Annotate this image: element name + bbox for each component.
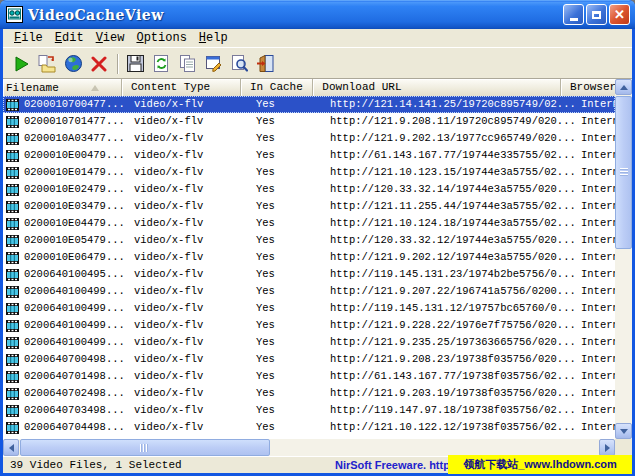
column-header-filename[interactable]: Filename <box>3 79 122 96</box>
browser-cell: Intern <box>575 283 615 300</box>
table-row[interactable]: 0200640100499... video/x-flv Yes http://… <box>3 283 615 300</box>
properties-icon <box>204 54 223 73</box>
scroll-up-button[interactable] <box>615 79 632 95</box>
table-row[interactable]: 0200010A03477... video/x-flv Yes http://… <box>3 130 615 147</box>
content-type-cell: video/x-flv <box>125 385 247 402</box>
vertical-scrollbar-thumb[interactable] <box>615 96 632 249</box>
table-row[interactable]: 0200010E00479... video/x-flv Yes http://… <box>3 147 615 164</box>
properties-button[interactable] <box>201 52 225 76</box>
download-url-cell: http://121.9.208.23/19738f035756/020... <box>321 351 575 368</box>
horizontal-scrollbar[interactable] <box>3 439 615 456</box>
download-url-cell: http://121.10.124.18/19744e3a5755/02... <box>321 215 575 232</box>
maximize-icon <box>592 11 601 19</box>
in-cache-cell: Yes <box>247 317 321 334</box>
scroll-right-button[interactable] <box>599 439 615 456</box>
content-type-cell: video/x-flv <box>125 215 247 232</box>
content-type-cell: video/x-flv <box>125 113 247 130</box>
column-header-content-type[interactable]: Content Type <box>122 79 241 96</box>
content-type-cell: video/x-flv <box>125 130 247 147</box>
download-url-cell: http://121.10.122.12/19738f035756/02... <box>321 419 575 436</box>
film-strip-icon <box>6 235 19 247</box>
copy-button[interactable] <box>175 52 199 76</box>
title-bar[interactable]: VideoCacheView ✕ <box>0 0 635 29</box>
content-type-cell: video/x-flv <box>125 249 247 266</box>
filename-cell: 0200640704498... <box>24 419 125 436</box>
browser-cell: Intern <box>575 249 615 266</box>
table-row[interactable]: 0200010E03479... video/x-flv Yes http://… <box>3 198 615 215</box>
download-url-cell: http://61.143.167.77/19738f035756/02... <box>321 368 575 385</box>
copy-icon <box>178 54 197 73</box>
refresh-button[interactable] <box>149 52 173 76</box>
row-list: 0200010700477... video/x-flv Yes http://… <box>3 96 615 439</box>
delete-button[interactable] <box>87 52 111 76</box>
menu-help[interactable]: Help <box>193 30 234 46</box>
chevron-left-icon <box>9 444 14 452</box>
download-url-cell: http://61.143.167.77/19744e335755/02... <box>321 147 575 164</box>
column-header-download-url[interactable]: Download URL <box>313 79 561 96</box>
filename-cell: 0200010701477... <box>24 113 125 130</box>
scroll-left-button[interactable] <box>3 439 19 456</box>
column-header-in-cache[interactable]: In Cache <box>241 79 313 96</box>
menu-options[interactable]: Options <box>130 30 192 46</box>
filename-cell: 0200010E04479... <box>24 215 125 232</box>
film-strip-icon <box>6 150 19 162</box>
table-row[interactable]: 0200640100499... video/x-flv Yes http://… <box>3 300 615 317</box>
filename-cell: 0200640100495... <box>24 266 125 283</box>
videocacheview-window: VideoCacheView ✕ File Edit View Options … <box>0 0 635 476</box>
table-row[interactable]: 0200640100499... video/x-flv Yes http://… <box>3 317 615 334</box>
download-url-cell: http://119.145.131.12/19757bc65760/0... <box>321 300 575 317</box>
filename-cell: 0200640702498... <box>24 385 125 402</box>
table-row[interactable]: 0200010E06479... video/x-flv Yes http://… <box>3 249 615 266</box>
film-strip-icon <box>6 405 19 417</box>
download-url-cell: http://121.10.123.15/19744e3a5755/02... <box>321 164 575 181</box>
table-row[interactable]: 0200640702498... video/x-flv Yes http://… <box>3 385 615 402</box>
list-header: Filename Content Type In Cache Download … <box>3 79 615 96</box>
table-row[interactable]: 0200640703498... video/x-flv Yes http://… <box>3 402 615 419</box>
close-button[interactable]: ✕ <box>609 4 630 25</box>
open-url-button[interactable] <box>61 52 85 76</box>
content-type-cell: video/x-flv <box>125 300 247 317</box>
menu-view[interactable]: View <box>90 30 131 46</box>
browser-cell: Intern <box>575 334 615 351</box>
sort-ascending-icon <box>91 85 99 91</box>
content-type-cell: video/x-flv <box>125 164 247 181</box>
copy-to-folder-button[interactable] <box>35 52 59 76</box>
filename-cell: 0200640701498... <box>24 368 125 385</box>
film-strip-icon <box>6 371 19 383</box>
browser-cell: Intern <box>575 419 615 436</box>
table-row[interactable]: 0200010E05479... video/x-flv Yes http://… <box>3 232 615 249</box>
find-button[interactable] <box>227 52 251 76</box>
content-type-cell: video/x-flv <box>125 334 247 351</box>
browser-cell: Intern <box>575 130 615 147</box>
filename-cell: 0200010E03479... <box>24 198 125 215</box>
table-row[interactable]: 0200640700498... video/x-flv Yes http://… <box>3 351 615 368</box>
horizontal-scrollbar-thumb[interactable] <box>20 439 270 456</box>
content-type-cell: video/x-flv <box>125 198 247 215</box>
exit-button[interactable] <box>253 52 277 76</box>
table-row[interactable]: 0200640704498... video/x-flv Yes http://… <box>3 419 615 436</box>
table-row[interactable]: 0200010E01479... video/x-flv Yes http://… <box>3 164 615 181</box>
menu-file[interactable]: File <box>8 30 49 46</box>
film-strip-icon <box>6 354 19 366</box>
table-row[interactable]: 0200010E04479... video/x-flv Yes http://… <box>3 215 615 232</box>
maximize-button[interactable] <box>586 4 607 25</box>
scroll-down-button[interactable] <box>615 423 632 439</box>
table-row[interactable]: 0200010700477... video/x-flv Yes http://… <box>3 96 615 113</box>
download-url-cell: http://120.33.32.14/19744e3a5755/020... <box>321 181 575 198</box>
film-strip-icon <box>6 320 19 332</box>
delete-icon <box>91 56 107 72</box>
table-row[interactable]: 0200010701477... video/x-flv Yes http://… <box>3 113 615 130</box>
column-header-browser[interactable]: Browser <box>561 79 615 96</box>
film-strip-icon <box>6 184 19 196</box>
table-row[interactable]: 0200640701498... video/x-flv Yes http://… <box>3 368 615 385</box>
save-button[interactable] <box>123 52 147 76</box>
menu-edit[interactable]: Edit <box>49 30 90 46</box>
in-cache-cell: Yes <box>247 130 321 147</box>
table-row[interactable]: 0200640100495... video/x-flv Yes http://… <box>3 266 615 283</box>
play-button[interactable] <box>9 52 33 76</box>
in-cache-cell: Yes <box>247 402 321 419</box>
minimize-button[interactable] <box>563 4 584 25</box>
table-row[interactable]: 0200640100499... video/x-flv Yes http://… <box>3 334 615 351</box>
table-row[interactable]: 0200010E02479... video/x-flv Yes http://… <box>3 181 615 198</box>
vertical-scrollbar[interactable] <box>615 79 632 439</box>
